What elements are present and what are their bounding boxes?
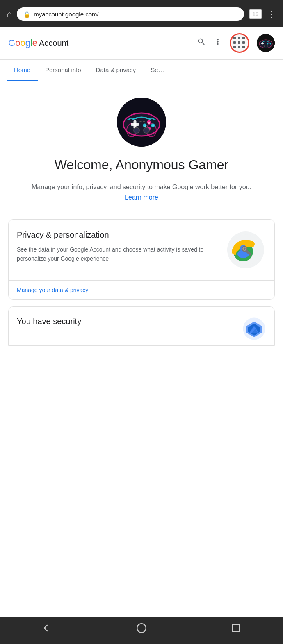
privacy-card-title: Privacy & personalization [17, 229, 219, 240]
avatar-button[interactable] [257, 34, 275, 52]
browser-menu-icon[interactable]: ⋮ [267, 9, 276, 20]
cards-section: Privacy & personalization See the data i… [8, 215, 275, 350]
privacy-personalization-card: Privacy & personalization See the data i… [8, 219, 275, 300]
svg-point-30 [134, 127, 139, 133]
privacy-card-footer: Manage your data & privacy [9, 280, 274, 299]
lock-icon: 🔒 [23, 11, 30, 18]
apps-grid-button[interactable] [230, 33, 249, 53]
nav-tabs: Home Personal info Data & privacy Se… [0, 60, 283, 81]
home-button[interactable] [136, 623, 147, 636]
security-icon [242, 317, 266, 341]
svg-rect-33 [143, 121, 145, 122]
apps-grid-icon [233, 37, 246, 49]
search-button[interactable] [197, 37, 206, 49]
svg-rect-32 [139, 121, 142, 122]
security-card-title: You have security [17, 317, 81, 326]
learn-more-link[interactable]: Learn more [125, 194, 158, 201]
more-options-button[interactable] [213, 37, 222, 49]
browser-home-icon[interactable]: ⌂ [7, 9, 12, 20]
tab-data-privacy[interactable]: Data & privacy [89, 60, 144, 81]
svg-rect-49 [232, 624, 239, 631]
profile-section: △ ○ □ × Welcome, Anonymous Gamer Manage … [8, 81, 275, 215]
security-card: You have security [8, 306, 275, 346]
svg-point-6 [267, 43, 269, 45]
manage-data-privacy-link[interactable]: Manage your data & privacy [17, 287, 88, 293]
card-text-section: Privacy & personalization See the data i… [17, 229, 225, 263]
recents-button[interactable] [231, 623, 241, 636]
url-text: myaccount.google.com/ [34, 11, 98, 18]
privacy-card-description: See the data in your Google Account and … [17, 245, 219, 263]
address-bar[interactable]: 🔒 myaccount.google.com/ [17, 7, 244, 21]
card-body: Privacy & personalization See the data i… [9, 220, 274, 280]
profile-avatar: △ ○ □ × [117, 98, 166, 147]
tab-count[interactable]: 16 [249, 9, 262, 19]
svg-text:○: ○ [152, 125, 154, 127]
tab-personal-info[interactable]: Personal info [38, 60, 89, 81]
welcome-heading: Welcome, Anonymous Gamer [55, 156, 228, 174]
privacy-card-image [225, 229, 266, 270]
tab-security[interactable]: Se… [143, 60, 171, 81]
tab-home[interactable]: Home [7, 60, 38, 81]
svg-point-48 [137, 624, 146, 633]
app-header-title: Account [39, 39, 68, 48]
privacy-illustration [227, 231, 264, 268]
google-logo: Google [8, 38, 37, 48]
bottom-nav-bar [0, 617, 283, 644]
browser-chrome: ⌂ 🔒 myaccount.google.com/ 16 ⋮ [0, 0, 283, 27]
profile-subtitle: Manage your info, privacy, and security … [27, 182, 256, 203]
svg-text:□: □ [144, 125, 146, 127]
app-header: Google Account [0, 27, 283, 60]
back-button[interactable] [42, 623, 52, 636]
header-icons [197, 33, 275, 53]
svg-point-5 [270, 43, 271, 45]
main-content: △ ○ □ × Welcome, Anonymous Gamer Manage … [0, 81, 283, 362]
svg-point-31 [144, 127, 149, 133]
svg-text:△: △ [148, 121, 150, 124]
